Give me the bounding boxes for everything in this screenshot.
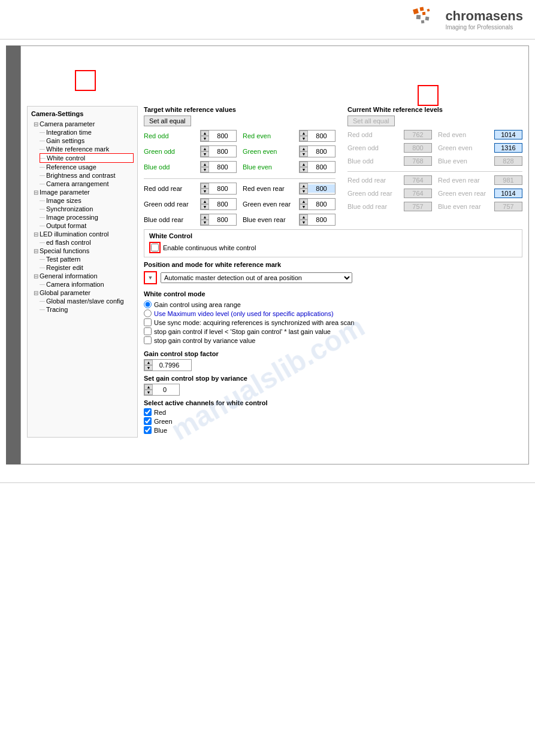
target-red-even-input[interactable] bbox=[308, 132, 335, 140]
target-green-odd-input[interactable] bbox=[209, 147, 236, 156]
channel-green-checkbox[interactable] bbox=[144, 417, 152, 425]
position-mode-dropdown[interactable]: Automatic master detection out of area p… bbox=[161, 272, 352, 283]
tree-leaf-image-processing[interactable]: Image processing bbox=[40, 213, 134, 221]
target-red-odd-rear-down[interactable]: ▼ bbox=[201, 189, 209, 194]
channel-red-checkbox[interactable] bbox=[144, 408, 152, 416]
target-red-even-rear-spin-btns[interactable]: ▲ ▼ bbox=[300, 183, 308, 194]
enable-continuous-checkbox[interactable] bbox=[151, 244, 159, 251]
target-red-odd-spin[interactable]: ▲ ▼ bbox=[200, 130, 237, 142]
cb-sync-mode[interactable] bbox=[144, 318, 152, 326]
tree-leaf-camera-arrangement[interactable]: Camera arrangement bbox=[40, 180, 134, 188]
gain-control-factor-spin[interactable]: ▲ ▼ bbox=[144, 359, 192, 371]
target-green-even-rear-down[interactable]: ▼ bbox=[300, 204, 308, 210]
target-green-odd-down[interactable]: ▼ bbox=[201, 151, 209, 157]
tree-leaf-reference-usage[interactable]: Reference usage bbox=[40, 163, 134, 171]
tree-leaf-camera-information[interactable]: Camera information bbox=[40, 280, 134, 289]
target-red-odd-up[interactable]: ▲ bbox=[201, 130, 209, 136]
target-blue-odd-rear-up[interactable]: ▲ bbox=[201, 214, 209, 220]
tree-leaf-register-edit[interactable]: Register edit bbox=[40, 263, 134, 272]
target-green-even-input[interactable] bbox=[308, 147, 335, 156]
cb-stop-gain-variance[interactable] bbox=[144, 336, 152, 344]
target-red-odd-down[interactable]: ▼ bbox=[201, 136, 209, 141]
gain-control-variance-up[interactable]: ▲ bbox=[144, 384, 153, 390]
radio-gain-control-area-input[interactable] bbox=[144, 300, 152, 308]
tree-group-general-label[interactable]: ⊟ General information bbox=[34, 272, 134, 280]
target-blue-odd-down[interactable]: ▼ bbox=[201, 167, 209, 172]
target-red-odd-rear-spin[interactable]: ▲ ▼ bbox=[200, 183, 237, 195]
channel-blue-checkbox[interactable] bbox=[144, 426, 152, 434]
target-blue-odd-rear-input[interactable] bbox=[209, 215, 236, 224]
tree-leaf-tracing[interactable]: Tracing bbox=[40, 305, 134, 314]
tree-leaf-global-master-slave[interactable]: Global master/slave config bbox=[40, 297, 134, 305]
gain-control-variance-down[interactable]: ▼ bbox=[144, 390, 153, 395]
target-red-even-rear-spin[interactable]: ▲ ▼ bbox=[299, 183, 335, 195]
target-red-even-rear-down[interactable]: ▼ bbox=[300, 189, 308, 194]
target-green-odd-rear-spin[interactable]: ▲ ▼ bbox=[200, 198, 237, 210]
target-blue-even-rear-spin-btns[interactable]: ▲ ▼ bbox=[300, 214, 308, 225]
target-blue-odd-rear-down[interactable]: ▼ bbox=[201, 220, 209, 225]
target-blue-odd-input[interactable] bbox=[209, 163, 236, 171]
target-blue-even-spin-btns[interactable]: ▲ ▼ bbox=[300, 162, 308, 172]
tree-leaf-white-reference-mark[interactable]: White reference mark bbox=[40, 145, 134, 153]
gain-control-factor-down[interactable]: ▼ bbox=[144, 365, 153, 371]
target-blue-even-spin[interactable]: ▲ ▼ bbox=[299, 161, 335, 173]
tree-group-special-label[interactable]: ⊟ Special functions bbox=[34, 247, 134, 255]
tree-leaf-white-control[interactable]: White control bbox=[40, 153, 134, 163]
target-green-odd-up[interactable]: ▲ bbox=[201, 146, 209, 151]
gain-control-factor-spin-btns[interactable]: ▲ ▼ bbox=[144, 360, 153, 371]
target-red-even-up[interactable]: ▲ bbox=[300, 130, 308, 136]
cb-stop-gain-level[interactable] bbox=[144, 327, 152, 335]
gain-control-variance-input[interactable] bbox=[153, 385, 177, 394]
tree-leaf-synchronization[interactable]: Synchronization bbox=[40, 205, 134, 213]
target-blue-odd-rear-spin-btns[interactable]: ▲ ▼ bbox=[201, 214, 209, 225]
target-red-even-rear-up[interactable]: ▲ bbox=[300, 183, 308, 189]
tree-leaf-ed-flash-control[interactable]: ed flash control bbox=[40, 238, 134, 247]
target-green-even-rear-up[interactable]: ▲ bbox=[300, 199, 308, 204]
target-blue-even-rear-spin[interactable]: ▲ ▼ bbox=[299, 214, 335, 226]
target-green-even-spin-btns[interactable]: ▲ ▼ bbox=[300, 146, 308, 157]
target-blue-even-up[interactable]: ▲ bbox=[300, 162, 308, 167]
target-green-even-rear-spin[interactable]: ▲ ▼ bbox=[299, 198, 335, 210]
target-green-odd-rear-down[interactable]: ▼ bbox=[201, 204, 209, 210]
target-green-odd-spin-btns[interactable]: ▲ ▼ bbox=[201, 146, 209, 157]
target-green-odd-spin[interactable]: ▲ ▼ bbox=[200, 145, 237, 157]
tree-group-led-label[interactable]: ⊟ LED illumination control bbox=[34, 230, 134, 238]
tree-group-global-label[interactable]: ⊟ Global parameter bbox=[34, 289, 134, 297]
tree-leaf-gain-settings[interactable]: Gain settings bbox=[40, 136, 134, 145]
tree-leaf-output-format[interactable]: Output format bbox=[40, 221, 134, 230]
target-red-even-spin-btns[interactable]: ▲ ▼ bbox=[300, 130, 308, 141]
target-green-even-rear-spin-btns[interactable]: ▲ ▼ bbox=[300, 199, 308, 210]
target-blue-even-down[interactable]: ▼ bbox=[300, 167, 308, 172]
target-blue-even-rear-input[interactable] bbox=[308, 215, 335, 224]
tree-group-image-label[interactable]: ⊟ Image parameter bbox=[34, 188, 134, 196]
radio-max-video-level-input[interactable] bbox=[144, 309, 152, 317]
tree-leaf-brightness-contrast[interactable]: Brightness and contrast bbox=[40, 171, 134, 180]
target-red-even-down[interactable]: ▼ bbox=[300, 136, 308, 141]
target-blue-even-rear-up[interactable]: ▲ bbox=[300, 214, 308, 220]
target-red-odd-rear-spin-btns[interactable]: ▲ ▼ bbox=[201, 183, 209, 194]
gain-control-factor-input[interactable] bbox=[153, 361, 186, 369]
target-blue-odd-spin-btns[interactable]: ▲ ▼ bbox=[201, 162, 209, 172]
target-green-odd-rear-up[interactable]: ▲ bbox=[201, 199, 209, 204]
target-blue-odd-rear-spin[interactable]: ▲ ▼ bbox=[200, 214, 237, 226]
target-red-even-rear-input[interactable] bbox=[308, 184, 335, 193]
target-blue-even-input[interactable] bbox=[308, 163, 335, 171]
gain-control-variance-spin-btns[interactable]: ▲ ▼ bbox=[144, 384, 153, 395]
target-blue-odd-up[interactable]: ▲ bbox=[201, 162, 209, 167]
target-red-odd-rear-input[interactable] bbox=[209, 184, 236, 193]
target-green-odd-rear-spin-btns[interactable]: ▲ ▼ bbox=[201, 199, 209, 210]
target-blue-odd-spin[interactable]: ▲ ▼ bbox=[200, 161, 237, 173]
target-green-even-down[interactable]: ▼ bbox=[300, 151, 308, 157]
target-red-odd-input[interactable] bbox=[209, 132, 236, 140]
tree-group-camera-label[interactable]: ⊟ Camera parameter bbox=[34, 120, 134, 128]
target-red-odd-rear-up[interactable]: ▲ bbox=[201, 183, 209, 189]
target-red-odd-spin-btns[interactable]: ▲ ▼ bbox=[201, 130, 209, 141]
tree-leaf-image-sizes[interactable]: Image sizes bbox=[40, 196, 134, 205]
target-green-odd-rear-input[interactable] bbox=[209, 200, 236, 208]
target-set-all-equal-button[interactable]: Set all equal bbox=[144, 116, 191, 126]
target-blue-even-rear-down[interactable]: ▼ bbox=[300, 220, 308, 225]
target-green-even-up[interactable]: ▲ bbox=[300, 146, 308, 151]
gain-control-variance-spin[interactable]: ▲ ▼ bbox=[144, 384, 180, 396]
target-green-even-rear-input[interactable] bbox=[308, 200, 335, 208]
target-red-even-spin[interactable]: ▲ ▼ bbox=[299, 130, 335, 142]
